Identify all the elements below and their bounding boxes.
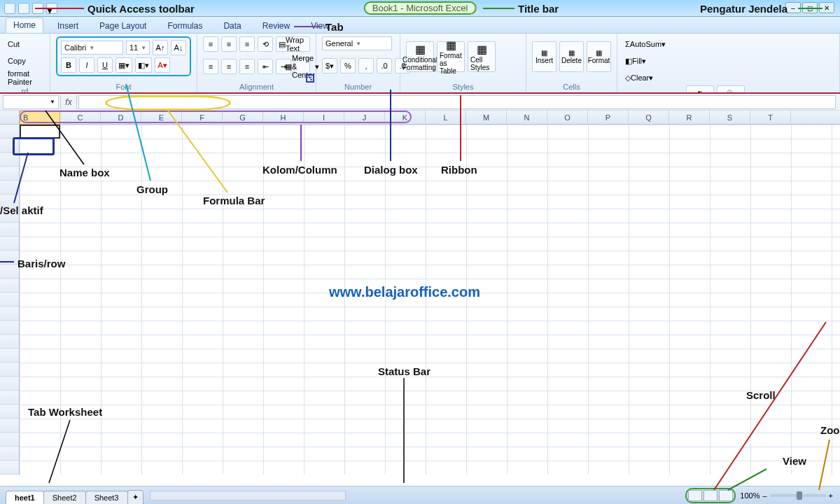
delete-cells-button[interactable]: ▦Delete xyxy=(559,41,584,72)
font-name-select[interactable]: Calibri▼ xyxy=(61,41,123,55)
italic-button[interactable]: I xyxy=(79,57,94,73)
sheet-tab[interactable]: heet1 xyxy=(6,491,44,504)
close-button[interactable]: ✕ xyxy=(819,2,834,13)
col-header[interactable]: N xyxy=(507,111,547,124)
col-header[interactable]: O xyxy=(547,111,588,124)
row-header[interactable] xyxy=(0,181,20,195)
row-header[interactable] xyxy=(0,195,20,209)
tab-review[interactable]: Review xyxy=(255,19,297,33)
row-header[interactable] xyxy=(0,307,20,321)
align-mid-icon[interactable]: ≡ xyxy=(221,36,237,52)
font-color-icon[interactable]: A▾ xyxy=(155,57,170,73)
tab-page-layout[interactable]: Page Layout xyxy=(92,19,153,33)
row-header[interactable] xyxy=(0,377,20,391)
insert-cells-button[interactable]: ▦Insert xyxy=(532,41,556,72)
select-all-corner[interactable] xyxy=(0,111,20,124)
tab-formulas[interactable]: Formulas xyxy=(160,19,209,33)
row-header[interactable] xyxy=(0,279,20,293)
col-header[interactable]: G xyxy=(223,111,263,124)
tab-view[interactable]: View xyxy=(304,19,336,33)
format-as-table-button[interactable]: ▦Format as Table xyxy=(437,41,465,72)
col-header[interactable]: H xyxy=(263,111,304,124)
col-header[interactable]: S xyxy=(710,111,750,124)
comma-icon[interactable]: , xyxy=(358,58,374,74)
grow-font-icon[interactable]: A↑ xyxy=(153,40,168,55)
row-header[interactable] xyxy=(0,363,20,377)
col-header[interactable]: K xyxy=(385,111,426,124)
formula-input[interactable] xyxy=(78,95,836,109)
worksheet-grid[interactable]: www.belajaroffice.com xyxy=(0,125,840,475)
zoom-out-icon[interactable]: – xyxy=(762,491,766,500)
col-header[interactable]: C xyxy=(60,111,101,124)
dialog-launcher-icon[interactable]: ↘ xyxy=(306,74,314,83)
autosum-button[interactable]: Σ AutoSum ▾ xyxy=(623,36,668,52)
border-icon[interactable]: ▦▾ xyxy=(115,57,132,73)
row-header[interactable] xyxy=(0,293,20,307)
underline-button[interactable]: U xyxy=(97,57,113,73)
conditional-formatting-button[interactable]: ▦Conditional Formatting xyxy=(406,41,434,72)
horizontal-scrollbar[interactable] xyxy=(150,491,346,500)
col-header[interactable]: T xyxy=(750,111,791,124)
zoom-slider[interactable] xyxy=(770,494,826,497)
fill-color-icon[interactable]: ◧▾ xyxy=(135,57,152,73)
qat-save-icon[interactable] xyxy=(4,3,15,14)
tab-data[interactable]: Data xyxy=(216,19,248,33)
inc-decimal-icon[interactable]: .0 xyxy=(377,58,392,74)
row-header[interactable] xyxy=(0,433,20,447)
col-header[interactable]: L xyxy=(426,111,466,124)
qat-customize-icon[interactable]: ▾ xyxy=(46,3,57,14)
fx-icon[interactable]: fx xyxy=(60,95,77,109)
col-header[interactable]: E xyxy=(141,111,182,124)
clear-button[interactable]: ◇ Clear ▾ xyxy=(623,70,655,85)
align-bot-icon[interactable]: ≡ xyxy=(239,36,255,52)
zoom-in-icon[interactable]: + xyxy=(829,491,833,500)
view-normal-icon[interactable] xyxy=(688,490,702,501)
wrap-text-button[interactable]: ▤ Wrap Text xyxy=(276,36,310,52)
format-painter-button[interactable]: format Painter xyxy=(6,70,44,85)
qat-undo-icon[interactable] xyxy=(18,3,29,14)
find-select-button[interactable]: 🔍Find & Select xyxy=(717,85,745,94)
indent-dec-icon[interactable]: ⇤ xyxy=(258,59,273,74)
align-center-icon[interactable]: ≡ xyxy=(221,59,237,74)
row-header[interactable] xyxy=(0,139,20,153)
col-header[interactable]: P xyxy=(588,111,629,124)
col-header[interactable]: J xyxy=(344,111,385,124)
orientation-icon[interactable]: ⟲ xyxy=(258,36,273,52)
row-header[interactable] xyxy=(0,237,20,251)
row-header[interactable] xyxy=(0,223,20,237)
row-header[interactable] xyxy=(0,335,20,349)
cell-styles-button[interactable]: ▦Cell Styles xyxy=(468,41,496,72)
row-header[interactable] xyxy=(0,153,20,167)
row-header[interactable] xyxy=(0,419,20,433)
row-header[interactable] xyxy=(0,447,20,461)
new-sheet-icon[interactable]: ✦ xyxy=(127,490,144,504)
sort-filter-button[interactable]: ⇅Sort & Filter xyxy=(686,85,714,94)
row-header[interactable] xyxy=(0,265,20,279)
col-header[interactable]: M xyxy=(466,111,507,124)
col-header[interactable]: I xyxy=(304,111,344,124)
bold-button[interactable]: B xyxy=(61,57,76,73)
view-layout-icon[interactable] xyxy=(704,490,718,501)
format-cells-button[interactable]: ▦Format xyxy=(587,41,611,72)
font-size-select[interactable]: 11▼ xyxy=(126,41,150,55)
name-box[interactable]: ▼ xyxy=(3,95,59,109)
percent-icon[interactable]: % xyxy=(340,58,356,74)
align-right-icon[interactable]: ≡ xyxy=(239,59,255,74)
col-header[interactable]: D xyxy=(101,111,141,124)
sheet-tab[interactable]: Sheet2 xyxy=(43,491,86,504)
row-header[interactable] xyxy=(0,349,20,363)
number-format-select[interactable]: General▼ xyxy=(322,36,392,50)
copy-button[interactable]: Copy xyxy=(6,53,28,69)
row-header[interactable] xyxy=(0,209,20,223)
row-header[interactable] xyxy=(0,125,20,139)
col-header[interactable]: Q xyxy=(629,111,669,124)
sheet-tab[interactable]: Sheet3 xyxy=(85,491,128,504)
tab-insert[interactable]: Insert xyxy=(50,19,85,33)
quick-access-toolbar[interactable]: ▾ xyxy=(0,3,57,14)
col-header[interactable]: F xyxy=(182,111,223,124)
row-header[interactable] xyxy=(0,405,20,419)
row-header[interactable] xyxy=(0,321,20,335)
cut-button[interactable]: Cut xyxy=(6,36,22,52)
row-header[interactable] xyxy=(0,461,20,475)
align-top-icon[interactable]: ≡ xyxy=(203,36,218,52)
